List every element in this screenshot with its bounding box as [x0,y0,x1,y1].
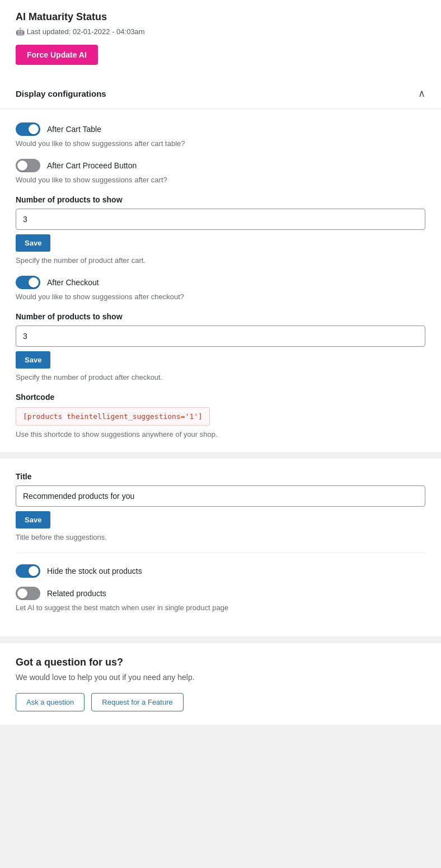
after-cart-proceed-desc: Would you like to show suggessions after… [16,176,425,184]
products-after-checkout-label: Number of products to show [16,312,425,321]
after-cart-proceed-label: After Cart Proceed Button [47,161,137,170]
products-after-cart-label: Number of products to show [16,195,425,204]
title-field-label: Title [16,472,425,481]
shortcode-desc: Use this shortcde to show suggestions an… [16,430,425,438]
related-products-label: Related products [47,589,106,598]
display-config-body: After Cart Table Would you like to show … [0,109,441,452]
collapse-icon[interactable]: ∧ [418,87,425,100]
question-desc: We would love to help you out if you nee… [16,673,425,682]
title-desc: Title before the suggestions. [16,533,425,541]
after-cart-table-toggle[interactable] [16,122,40,136]
save-products-after-cart-button[interactable]: Save [16,234,50,252]
question-buttons: Ask a question Request for a Feature [16,693,425,711]
ai-status-updated: 🤖 Last updated: 02-01-2022 - 04:03am [16,27,425,36]
products-after-checkout-desc: Specify the number of product after chec… [16,373,425,381]
hide-stockout-label: Hide the stock out products [47,567,142,575]
after-checkout-row: After Checkout [16,276,425,289]
save-products-after-checkout-button[interactable]: Save [16,351,50,369]
title-input[interactable] [16,485,425,507]
after-cart-proceed-row: After Cart Proceed Button [16,159,425,172]
related-products-desc: Let AI to suggest the best match when us… [16,603,425,612]
ai-status-section: AI Matuarity Status 🤖 Last updated: 02-0… [0,0,441,78]
related-products-toggle[interactable] [16,587,40,600]
question-section: Got a question for us? We would love to … [0,643,441,725]
after-checkout-label: After Checkout [47,278,99,287]
after-cart-table-desc: Would you like to show suggessions after… [16,139,425,148]
after-cart-proceed-toggle[interactable] [16,159,40,172]
after-cart-table-row: After Cart Table [16,122,425,136]
after-cart-table-label: After Cart Table [47,125,101,134]
robot-emoji: 🤖 [16,27,25,36]
products-after-cart-desc: Specify the number of product after cart… [16,256,425,265]
display-config-title: Display configurations [16,89,106,98]
shortcode-value: [products theintelligent_suggestions='1'… [16,407,210,426]
save-title-button[interactable]: Save [16,511,50,529]
display-config-section: Display configurations ∧ After Cart Tabl… [0,78,441,452]
ai-status-title: AI Matuarity Status [16,11,425,23]
hide-stockout-row: Hide the stock out products [16,564,425,578]
after-checkout-toggle[interactable] [16,276,40,289]
section-divider [16,553,425,553]
hide-stockout-toggle[interactable] [16,564,40,578]
display-config-header: Display configurations ∧ [0,78,441,109]
last-updated-text: Last updated: 02-01-2022 - 04:03am [27,27,145,36]
related-products-row: Related products [16,587,425,600]
question-title: Got a question for us? [16,657,425,668]
after-checkout-desc: Would you like to show suggessions after… [16,293,425,301]
products-after-cart-input[interactable] [16,209,425,230]
title-section: Title Save Title before the suggestions.… [0,459,441,636]
shortcode-label: Shortcode [16,393,425,402]
products-after-checkout-input[interactable] [16,326,425,347]
request-feature-button[interactable]: Request for a Feature [91,693,183,711]
ask-question-button[interactable]: Ask a question [16,693,85,711]
force-update-button[interactable]: Force Update AI [16,45,98,65]
